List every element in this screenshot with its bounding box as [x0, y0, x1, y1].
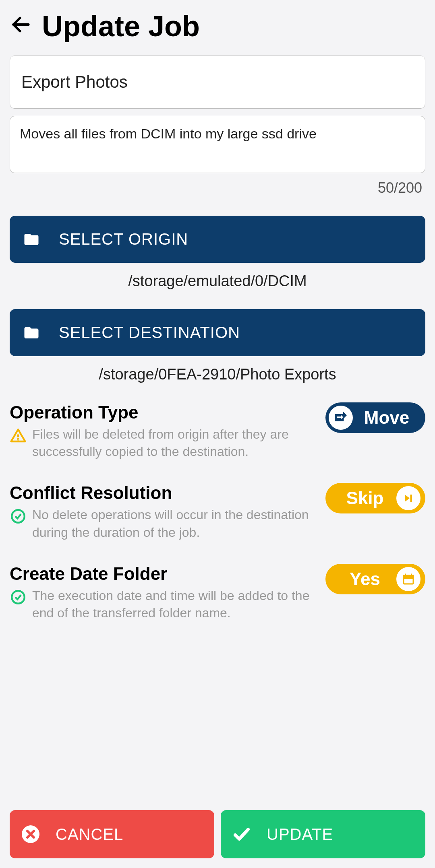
- operation-type-row: Operation Type Files will be deleted fro…: [10, 402, 425, 460]
- move-icon: [329, 406, 353, 430]
- cancel-label: CANCEL: [56, 825, 123, 843]
- svg-rect-9: [404, 579, 413, 583]
- check-circle-icon: [10, 589, 27, 606]
- create-date-folder-value: Yes: [329, 569, 396, 589]
- create-date-folder-row: Create Date Folder The execution date an…: [10, 564, 425, 622]
- select-destination-label: SELECT DESTINATION: [59, 324, 240, 342]
- check-circle-icon: [10, 508, 27, 525]
- operation-type-toggle[interactable]: Move: [325, 402, 425, 433]
- cancel-button[interactable]: CANCEL: [10, 810, 214, 858]
- char-counter: 50/200: [10, 179, 425, 196]
- update-button[interactable]: UPDATE: [221, 810, 425, 858]
- select-destination-button[interactable]: SELECT DESTINATION: [10, 309, 425, 356]
- page-title: Update Job: [42, 10, 200, 43]
- operation-type-title: Operation Type: [10, 402, 316, 423]
- folder-icon: [21, 231, 42, 248]
- folder-icon: [21, 324, 42, 341]
- close-circle-icon: [21, 825, 40, 844]
- back-arrow-icon[interactable]: [10, 13, 32, 39]
- job-description-input[interactable]: [10, 116, 425, 173]
- select-origin-button[interactable]: SELECT ORIGIN: [10, 216, 425, 263]
- conflict-resolution-title: Conflict Resolution: [10, 483, 316, 503]
- select-origin-label: SELECT ORIGIN: [59, 230, 188, 248]
- destination-path: /storage/0FEA-2910/Photo Exports: [10, 366, 425, 383]
- conflict-resolution-toggle[interactable]: Skip: [325, 483, 425, 513]
- create-date-folder-desc: The execution date and time will be adde…: [32, 587, 316, 622]
- create-date-folder-title: Create Date Folder: [10, 564, 316, 584]
- operation-type-value: Move: [353, 408, 420, 428]
- job-name-input[interactable]: [10, 56, 425, 109]
- update-label: UPDATE: [267, 825, 333, 843]
- conflict-resolution-value: Skip: [329, 488, 396, 508]
- svg-rect-5: [410, 495, 412, 502]
- header: Update Job: [10, 10, 425, 43]
- svg-rect-3: [336, 415, 344, 421]
- footer: CANCEL UPDATE: [10, 810, 425, 858]
- svg-rect-8: [403, 575, 414, 578]
- operation-type-desc: Files will be deleted from origin after …: [32, 426, 316, 460]
- check-icon: [232, 825, 251, 844]
- conflict-resolution-desc: No delete operations will occur in the d…: [32, 506, 316, 541]
- create-date-folder-toggle[interactable]: Yes: [325, 564, 425, 594]
- warning-icon: [10, 427, 27, 444]
- origin-path: /storage/emulated/0/DCIM: [10, 272, 425, 290]
- skip-icon: [396, 486, 420, 510]
- calendar-icon: [396, 567, 420, 591]
- svg-point-2: [18, 439, 19, 440]
- conflict-resolution-row: Conflict Resolution No delete operations…: [10, 483, 425, 541]
